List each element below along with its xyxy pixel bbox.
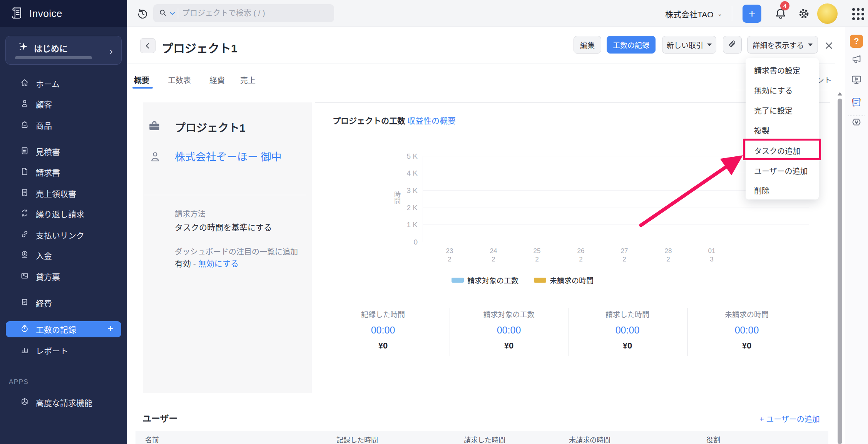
sidebar-item-payments-received[interactable]: 入金 (6, 247, 121, 263)
sidebar-item-items[interactable]: 商品 (6, 117, 121, 133)
ytick-0: 0 (395, 238, 418, 246)
billing-method-label: 請求方法 (175, 208, 206, 219)
stat-divider (450, 308, 450, 356)
more-details-button[interactable]: 詳細を表示する (747, 36, 818, 54)
legend: 請求対象の工数 未請求の時間 (452, 275, 594, 285)
sidebar-item-customers[interactable]: 顧客 (6, 96, 121, 112)
sidebar-item-sales-receipts[interactable]: 売上領収書 (6, 185, 121, 201)
user-avatar[interactable] (817, 3, 838, 24)
customer-link[interactable]: 株式会社ぞーほー 御中 (175, 150, 297, 164)
sidebar-item-time-tracking[interactable]: 工数の記録 + (6, 321, 121, 337)
add-time-entry-button[interactable]: + (107, 323, 114, 335)
customer-icon (149, 150, 162, 165)
active-tab-underline (132, 87, 153, 89)
scrollbar-up-arrow[interactable] (838, 92, 842, 96)
x-axis-line (423, 242, 809, 242)
separator-dash: - (193, 259, 196, 268)
sidebar-item-advanced-billing[interactable]: 高度な請求機能 (6, 394, 121, 410)
tab-expenses[interactable]: 経費 (209, 74, 225, 85)
ytick-5k: 5 K (395, 152, 418, 161)
history-icon[interactable] (137, 8, 149, 21)
tab-timesheet[interactable]: 工数表 (168, 74, 191, 85)
menu-item-delete[interactable]: 削除 (754, 185, 769, 196)
video-tutorials-icon[interactable] (850, 73, 863, 86)
menu-item-mark-complete[interactable]: 完了に設定 (754, 105, 793, 116)
sidebar-item-payment-links[interactable]: 支払いリンク (6, 227, 121, 243)
edit-button-label: 編集 (580, 40, 595, 50)
announcements-megaphone-icon[interactable] (850, 53, 863, 66)
more-details-label: 詳細を表示する (753, 40, 804, 50)
ytick-2k: 2 K (395, 204, 418, 212)
org-selector[interactable]: 株式会社TAO ⌄ (665, 8, 722, 20)
y-axis-line (423, 156, 423, 242)
app-window: Invoice はじめに › ホーム 顧客 商品 (0, 0, 868, 444)
log-time-button[interactable]: 工数の記録 (607, 36, 656, 54)
edit-button[interactable]: 編集 (574, 36, 601, 54)
apps-section-header: APPS (9, 378, 28, 386)
help-button[interactable]: ? (850, 35, 863, 48)
getting-started-card[interactable]: はじめに › (5, 36, 122, 65)
apps-grid-icon[interactable] (852, 8, 864, 20)
panel-divider (144, 195, 306, 195)
more-details-menu: 請求書の設定 無効にする 完了に設定 複製 タスクの追加 ユーザーの追加 削除 (746, 58, 819, 199)
sidebar-item-label: 繰り返し請求 (36, 208, 84, 219)
documents-icon[interactable] (850, 96, 863, 109)
menu-item-invoice-settings[interactable]: 請求書の設定 (754, 65, 800, 76)
receipt-icon (20, 188, 29, 199)
chevron-down-icon: ⌄ (717, 10, 722, 17)
report-icon (20, 345, 29, 356)
new-transaction-button[interactable]: 新しい取引 (662, 36, 716, 54)
quick-create-button[interactable]: + (743, 5, 761, 23)
menu-item-add-user[interactable]: ユーザーの追加 (754, 165, 808, 176)
sidebar-item-credit-notes[interactable]: 貸方票 (6, 268, 121, 285)
sidebar-item-expenses[interactable]: 経費 (6, 295, 121, 311)
search-input[interactable] (181, 8, 310, 18)
settings-gear-icon[interactable] (798, 7, 810, 22)
menu-item-disable[interactable]: 無効にする (754, 85, 793, 96)
add-user-link[interactable]: + ユーザーの追加 (759, 413, 820, 424)
scrollbar-thumb[interactable] (838, 99, 842, 444)
expense-icon (20, 298, 29, 309)
chart-title: プロジェクトの工数 (333, 114, 405, 126)
advanced-billing-icon (20, 397, 29, 408)
new-transaction-label: 新しい取引 (667, 40, 703, 50)
attachments-button[interactable] (723, 36, 742, 54)
legend-label-billable[interactable]: 請求対象の工数 (467, 275, 518, 285)
sparkle-icon (17, 41, 30, 56)
sidebar: Invoice はじめに › ホーム 顧客 商品 (0, 0, 127, 444)
col-logged-hours: 記録した時間 (336, 434, 378, 444)
menu-item-clone[interactable]: 複製 (754, 125, 769, 136)
sidebar-item-invoices[interactable]: 請求書 (6, 164, 121, 180)
annotation-highlight-box (743, 139, 821, 160)
sidebar-item-recurring-invoices[interactable]: 繰り返し請求 (6, 206, 121, 222)
app-logo[interactable]: Invoice (0, 0, 127, 27)
legend-label-unbilled[interactable]: 未請求の時間 (550, 275, 594, 285)
close-icon[interactable] (824, 41, 834, 52)
tabbar-divider (127, 90, 835, 90)
annotation-arrow (627, 146, 754, 239)
dashboard-featured-value: 有効 - 無効にする (175, 257, 239, 269)
sidebar-item-home[interactable]: ホーム (6, 75, 121, 92)
col-unbilled-hours: 未請求の時間 (569, 434, 610, 444)
profitability-link[interactable]: 収益性の概要 (407, 114, 456, 126)
sidebar-item-estimates[interactable]: 見積書 (6, 143, 121, 159)
link-icon (20, 230, 29, 241)
stat-billed-hours: 請求した時間00:00¥0 (574, 309, 681, 351)
briefcase-icon (148, 119, 161, 134)
search-scope-chevron-icon[interactable] (170, 10, 175, 17)
integrations-plug-icon[interactable] (850, 116, 863, 129)
stat-billable-hours: 請求対象の工数00:00¥0 (455, 309, 563, 351)
legend-swatch-unbilled (534, 278, 546, 283)
project-name: プロジェクト1 (175, 119, 246, 135)
disable-link[interactable]: 無効にする (198, 259, 239, 268)
sidebar-item-reports[interactable]: レポート (6, 342, 121, 359)
search-bar[interactable] (153, 4, 334, 22)
stat-divider (687, 308, 688, 356)
tab-overview[interactable]: 概要 (134, 74, 149, 85)
xtick: 282 (653, 247, 684, 264)
back-button[interactable] (140, 38, 156, 53)
tab-sales[interactable]: 売上 (240, 74, 256, 85)
ytick-3k: 3 K (395, 186, 418, 195)
invoice-doc-icon (20, 167, 29, 178)
payment-received-icon (20, 250, 29, 261)
